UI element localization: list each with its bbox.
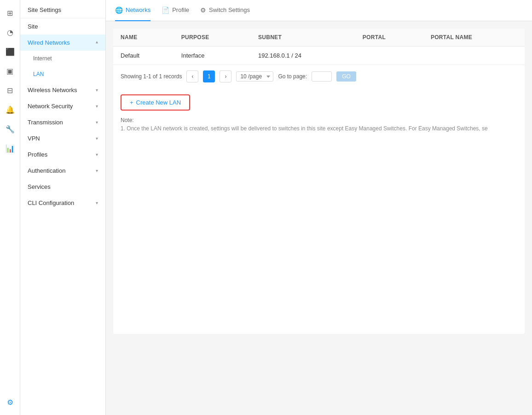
networks-table: NAME PURPOSE SUBNET PORTAL PORTAL NAME D… xyxy=(113,29,525,65)
tool-icon[interactable]: 🔧 xyxy=(2,121,18,137)
sidebar-item-vpn[interactable]: VPN ▾ xyxy=(20,130,105,146)
sidebar-item-lan[interactable]: LAN xyxy=(20,66,105,82)
sidebar-item-site[interactable]: Site xyxy=(20,18,105,35)
tab-networks[interactable]: 🌐 Networks xyxy=(115,0,150,21)
clock-icon[interactable]: ◔ xyxy=(2,24,18,41)
col-header-subnet: SUBNET xyxy=(251,29,355,47)
row-subnet-default: 192.168.0.1 / 24 xyxy=(251,47,355,65)
sidebar-item-transmission[interactable]: Transmission ▾ xyxy=(20,114,105,130)
sidebar-item-wireless-networks[interactable]: Wireless Networks ▾ xyxy=(20,82,105,98)
row-portal-name-default xyxy=(423,47,525,65)
create-new-lan-button[interactable]: + Create New LAN xyxy=(121,94,190,111)
table-row: Default Interface 192.168.0.1 / 24 xyxy=(113,47,525,65)
pagination-next-button[interactable]: › xyxy=(220,70,231,82)
row-purpose-default: Interface xyxy=(174,47,251,65)
goto-page-input[interactable] xyxy=(312,71,332,82)
per-page-select[interactable]: 10 /page20 /page50 /page xyxy=(236,71,273,82)
profiles-chevron-icon: ▾ xyxy=(96,152,98,157)
plus-icon: + xyxy=(130,99,133,106)
camera-icon[interactable]: ▣ xyxy=(2,63,18,79)
bottom-footer xyxy=(106,341,532,415)
pagination-prev-button[interactable]: ‹ xyxy=(186,70,198,82)
col-header-portal: PORTAL xyxy=(355,29,423,47)
pagination-bar: Showing 1-1 of 1 records ‹ 1 › 10 /page2… xyxy=(113,65,525,88)
goto-label: Go to page: xyxy=(278,73,307,80)
main-content: 🌐 Networks 📄 Profile ⚙ Switch Settings N… xyxy=(106,0,532,415)
grid-icon[interactable]: ⊞ xyxy=(2,5,18,21)
map-icon[interactable]: ⬛ xyxy=(2,43,18,60)
sidebar-item-network-security[interactable]: Network Security ▾ xyxy=(20,98,105,114)
sidebar-item-profiles[interactable]: Profiles ▾ xyxy=(20,146,105,163)
sidebar-item-internet[interactable]: Internet xyxy=(20,51,105,66)
network-security-chevron-icon: ▾ xyxy=(96,104,98,109)
chart-icon[interactable]: 📊 xyxy=(2,140,18,157)
row-portal-default xyxy=(355,47,423,65)
switch-settings-tab-icon: ⚙ xyxy=(200,6,206,14)
vpn-chevron-icon: ▾ xyxy=(96,136,98,141)
bell-icon[interactable]: 🔔 xyxy=(2,101,18,118)
layers-icon[interactable]: ⊟ xyxy=(2,82,18,99)
content-area: NAME PURPOSE SUBNET PORTAL PORTAL NAME D… xyxy=(113,29,525,334)
sidebar-item-wired-networks[interactable]: Wired Networks ▾ xyxy=(20,35,105,51)
col-header-portal-name: PORTAL NAME xyxy=(423,29,525,47)
tab-switch-settings[interactable]: ⚙ Switch Settings xyxy=(200,0,250,21)
sidebar-item-authentication[interactable]: Authentication ▾ xyxy=(20,163,105,179)
col-header-name: NAME xyxy=(113,29,174,47)
cli-configuration-chevron-icon: ▾ xyxy=(96,200,98,205)
nav-sidebar-header: Site Settings xyxy=(20,0,105,18)
note-title: Note: xyxy=(121,117,517,123)
authentication-chevron-icon: ▾ xyxy=(96,168,98,173)
networks-tab-icon: 🌐 xyxy=(115,6,123,14)
wireless-networks-chevron-icon: ▾ xyxy=(96,88,98,93)
top-tabs: 🌐 Networks 📄 Profile ⚙ Switch Settings xyxy=(106,0,532,21)
row-name-default[interactable]: Default xyxy=(113,47,174,65)
icon-sidebar: ⊞ ◔ ⬛ ▣ ⊟ 🔔 🔧 📊 ⚙ xyxy=(0,0,20,415)
sidebar-item-cli-configuration[interactable]: CLI Configuration ▾ xyxy=(20,195,105,211)
note-section: Note: 1. Once the LAN network is created… xyxy=(113,117,525,139)
tab-profile[interactable]: 📄 Profile xyxy=(162,0,189,21)
nav-sidebar: Site Settings Site Wired Networks ▾ Inte… xyxy=(20,0,106,415)
wired-networks-chevron-icon: ▾ xyxy=(96,40,98,45)
profile-tab-icon: 📄 xyxy=(162,6,169,14)
showing-records-text: Showing 1-1 of 1 records xyxy=(121,73,182,80)
go-button[interactable]: GO xyxy=(336,71,356,82)
col-header-purpose: PURPOSE xyxy=(174,29,251,47)
note-text: 1. Once the LAN network is created, sett… xyxy=(121,125,517,132)
sidebar-item-services[interactable]: Services xyxy=(20,179,105,195)
settings-gear-icon[interactable]: ⚙ xyxy=(2,394,18,410)
transmission-chevron-icon: ▾ xyxy=(96,120,98,125)
pagination-page-1-button[interactable]: 1 xyxy=(203,70,215,82)
